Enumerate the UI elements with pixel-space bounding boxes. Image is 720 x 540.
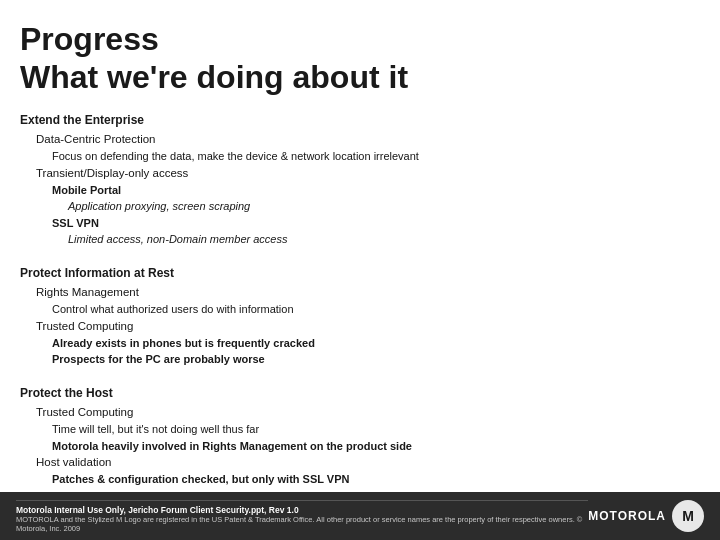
motorola-logo: MOTOROLA M	[588, 500, 704, 532]
section-protect-host: Protect the Host Trusted Computing Time …	[20, 384, 700, 488]
item-mobile-portal: Mobile Portal	[20, 182, 700, 199]
item-rights-management: Rights Management	[20, 284, 700, 301]
item-rights-management-detail: Control what authorized users do with in…	[20, 301, 700, 318]
page-title: Progress What we're doing about it	[20, 20, 700, 97]
item-trusted-computing-2-detail2: Motorola heavily involved in Rights Mana…	[20, 438, 700, 455]
item-trusted-computing-1-detail1: Already exists in phones but is frequent…	[20, 335, 700, 352]
item-trusted-computing-2: Trusted Computing	[20, 404, 700, 421]
item-host-validation: Host validation	[20, 454, 700, 471]
item-trusted-computing-1: Trusted Computing	[20, 318, 700, 335]
motorola-badge-icon: M	[672, 500, 704, 532]
item-ssl-vpn-detail: Limited access, non-Domain member access	[20, 231, 700, 248]
motorola-brand-text: MOTOROLA	[588, 509, 666, 523]
section-extend-enterprise: Extend the Enterprise Data-Centric Prote…	[20, 111, 700, 248]
footer-title: Motorola Internal Use Only, Jericho Foru…	[16, 505, 588, 515]
page: Progress What we're doing about it Exten…	[0, 0, 720, 540]
footer-legal: MOTOROLA and the Stylized M Logo are reg…	[16, 515, 588, 533]
section-heading-3: Protect the Host	[20, 384, 700, 402]
content-area: Extend the Enterprise Data-Centric Prote…	[20, 111, 700, 488]
section-heading-1: Extend the Enterprise	[20, 111, 700, 129]
item-data-centric-detail: Focus on defending the data, make the de…	[20, 148, 700, 165]
item-ssl-vpn: SSL VPN	[20, 215, 700, 232]
section-protect-info: Protect Information at Rest Rights Manag…	[20, 264, 700, 368]
footer-divider	[16, 500, 588, 501]
item-trusted-computing-1-detail2: Prospects for the PC are probably worse	[20, 351, 700, 368]
item-transient: Transient/Display-only access	[20, 165, 700, 182]
title-line1: Progress	[20, 21, 159, 57]
item-data-centric: Data-Centric Protection	[20, 131, 700, 148]
footer-text: Motorola Internal Use Only, Jericho Foru…	[16, 500, 588, 533]
footer: Motorola Internal Use Only, Jericho Foru…	[0, 492, 720, 540]
item-trusted-computing-2-detail1: Time will tell, but it's not doing well …	[20, 421, 700, 438]
section-heading-2: Protect Information at Rest	[20, 264, 700, 282]
title-line2: What we're doing about it	[20, 59, 408, 95]
item-host-validation-detail: Patches & configuration checked, but onl…	[20, 471, 700, 488]
item-mobile-portal-detail: Application proxying, screen scraping	[20, 198, 700, 215]
title-block: Progress What we're doing about it	[20, 20, 700, 97]
